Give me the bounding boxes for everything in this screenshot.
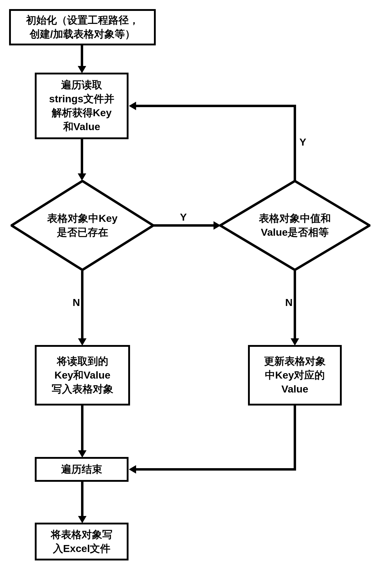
edge-label-n2: N xyxy=(285,297,293,308)
edge-key-value xyxy=(154,224,214,227)
arrowhead-icon xyxy=(129,465,136,474)
node-decision-value: 表格对象中值和Value是否相等 xyxy=(219,180,370,271)
node-read: 遍历读取strings文件并解析获得Key和Value xyxy=(35,73,129,139)
arrowhead-icon xyxy=(78,450,86,458)
edge-update-end-v xyxy=(294,406,296,471)
edge-value-update xyxy=(294,271,296,339)
arrowhead-icon xyxy=(78,173,86,181)
edge-read-decision-key xyxy=(81,139,83,174)
node-write-excel: 将表格对象写入Excel文件 xyxy=(35,523,129,560)
arrowhead-icon xyxy=(78,338,86,346)
node-write-kv: 将读取到的Key和Value写入表格对象 xyxy=(35,345,130,406)
arrowhead-icon xyxy=(291,338,299,346)
edge-end-excel xyxy=(81,482,83,517)
edge-value-read-h xyxy=(135,105,296,107)
node-end-loop-label: 遍历结束 xyxy=(61,462,102,476)
node-read-label: 遍历读取strings文件并解析获得Key和Value xyxy=(49,78,114,134)
node-end-loop: 遍历结束 xyxy=(35,457,129,482)
node-update-value-label: 更新表格对象中Key对应的Value xyxy=(264,354,326,396)
node-decision-value-label: 表格对象中值和Value是否相等 xyxy=(259,212,331,239)
arrowhead-icon xyxy=(129,102,136,110)
edge-update-end-h xyxy=(135,468,296,471)
edge-label-y2: Y xyxy=(299,136,306,148)
node-update-value: 更新表格对象中Key对应的Value xyxy=(248,345,342,406)
edge-label-y1: Y xyxy=(180,211,187,223)
edge-write-end xyxy=(81,406,83,451)
node-decision-key: 表格对象中Key是否已存在 xyxy=(11,180,154,271)
node-write-kv-label: 将读取到的Key和Value写入表格对象 xyxy=(52,354,113,396)
node-init-label: 初始化（设置工程路径，创建/加载表格对象等） xyxy=(26,13,139,41)
arrowhead-icon xyxy=(78,516,86,523)
flowchart-container: 初始化（设置工程路径，创建/加载表格对象等） 遍历读取strings文件并解析获… xyxy=(0,0,375,588)
arrowhead-icon xyxy=(78,66,86,73)
edge-init-read xyxy=(81,45,83,67)
edge-key-write xyxy=(81,271,83,339)
node-write-excel-label: 将表格对象写入Excel文件 xyxy=(51,528,112,556)
edge-label-n1: N xyxy=(73,297,80,308)
node-init: 初始化（设置工程路径，创建/加载表格对象等） xyxy=(9,9,156,45)
node-decision-key-label: 表格对象中Key是否已存在 xyxy=(47,212,117,239)
edge-value-read-v xyxy=(294,105,296,181)
